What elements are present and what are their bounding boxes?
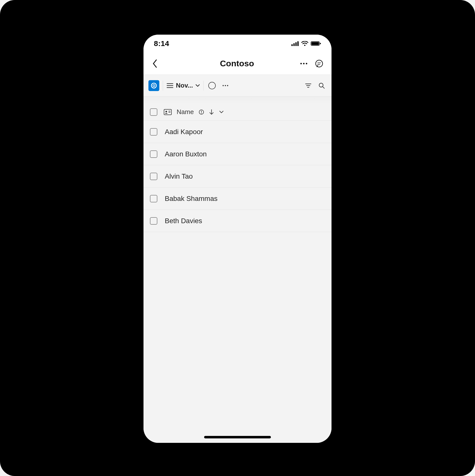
svg-point-9 (303, 63, 305, 64)
id-card-icon (164, 109, 172, 115)
row-checkbox[interactable] (150, 195, 157, 202)
svg-rect-6 (311, 42, 319, 45)
list-row[interactable]: Beth Davies (143, 210, 332, 232)
view-picker-label: Nov... (176, 82, 193, 89)
row-name: Beth Davies (165, 217, 202, 225)
svg-point-10 (306, 63, 307, 64)
chat-icon (315, 59, 323, 68)
cellular-icon (291, 41, 299, 46)
app-ring-icon (150, 82, 157, 89)
row-checkbox[interactable] (150, 173, 157, 180)
divider (203, 81, 204, 91)
circle-icon (208, 82, 216, 89)
status-time: 8:14 (154, 39, 169, 48)
svg-point-28 (166, 111, 167, 112)
row-checkbox[interactable] (150, 128, 157, 136)
alert-circle-icon (199, 109, 204, 115)
row-checkbox[interactable] (150, 217, 157, 225)
svg-line-26 (323, 87, 324, 88)
svg-point-14 (151, 83, 156, 88)
list-row[interactable]: Aadi Kapoor (143, 121, 332, 143)
svg-point-8 (300, 63, 302, 64)
records-list: Name (143, 103, 332, 443)
chevron-left-icon (152, 59, 158, 68)
svg-rect-2 (295, 42, 297, 46)
home-indicator[interactable] (204, 436, 271, 438)
wifi-icon (301, 41, 308, 46)
separator-shadow (143, 96, 332, 103)
row-checkbox[interactable] (150, 150, 157, 158)
more-horizontal-icon (300, 63, 308, 65)
row-name: Aadi Kapoor (165, 128, 203, 136)
svg-rect-0 (291, 44, 293, 46)
app-tile[interactable] (148, 80, 159, 91)
battery-icon (311, 41, 321, 46)
list-header: Name (143, 103, 332, 121)
svg-point-4 (304, 45, 305, 46)
back-button[interactable] (149, 58, 160, 69)
list-lines-icon (166, 83, 173, 88)
stage-frame: 8:14 (0, 0, 475, 476)
svg-point-21 (227, 85, 228, 86)
chat-button[interactable] (314, 58, 325, 69)
overflow-button[interactable] (220, 81, 230, 91)
svg-rect-3 (297, 41, 299, 46)
search-button[interactable] (317, 81, 327, 91)
divider (163, 81, 163, 91)
view-picker[interactable]: Nov... (166, 82, 200, 89)
svg-point-33 (201, 113, 202, 114)
svg-rect-1 (293, 43, 295, 46)
svg-point-11 (316, 60, 323, 67)
more-button[interactable] (298, 58, 309, 69)
filter-button[interactable] (303, 81, 313, 91)
svg-point-20 (225, 85, 226, 86)
column-header-name[interactable]: Name (177, 108, 194, 116)
chevron-down-icon (195, 84, 200, 87)
filter-icon (305, 83, 311, 88)
list-row[interactable]: Alvin Tao (143, 165, 332, 188)
list-row[interactable]: Aaron Buxton (143, 143, 332, 165)
select-all-checkbox[interactable] (150, 108, 157, 116)
phone-frame: 8:14 (143, 35, 332, 443)
list-row[interactable]: Babak Shammas (143, 188, 332, 210)
row-name: Alvin Tao (165, 172, 193, 180)
new-record-button[interactable] (207, 81, 217, 91)
svg-point-15 (153, 85, 155, 87)
more-horizontal-icon (222, 85, 228, 86)
chevron-down-icon[interactable] (219, 110, 224, 114)
row-name: Aaron Buxton (165, 150, 207, 158)
command-bar: Nov... (143, 75, 332, 96)
svg-rect-7 (320, 43, 321, 44)
search-icon (318, 82, 325, 89)
arrow-down-icon[interactable] (209, 109, 214, 115)
row-name: Babak Shammas (165, 195, 217, 203)
status-bar: 8:14 (143, 35, 332, 52)
svg-point-19 (222, 85, 224, 86)
status-indicators (291, 41, 321, 46)
page-title: Contoso (179, 59, 295, 68)
nav-bar: Contoso (143, 52, 332, 75)
